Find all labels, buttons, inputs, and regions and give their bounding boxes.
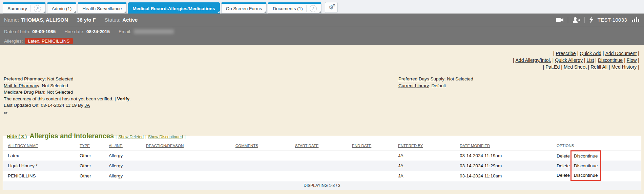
supply-info-block: Preferred Days Supply: Not Selected Curr… <box>398 76 473 89</box>
tab-on-screen-forms[interactable]: On Screen Forms <box>221 2 267 14</box>
tab-bar: Summary ↗ Admin (1) Health Surveillance … <box>0 0 644 14</box>
video-camera-icon[interactable] <box>556 17 564 23</box>
patient-banner-row2: Date of birth: 08-09-1985 Hire date: 08-… <box>0 26 644 37</box>
delete-link[interactable]: Delete <box>557 153 570 159</box>
tab-documents[interactable]: Documents (1) ↗ <box>268 2 321 14</box>
gear-small-icon: ⚙ <box>333 3 336 7</box>
medicare-drug-plan-link[interactable]: Medicare Drug Plan <box>4 90 44 95</box>
col-reaction-reason[interactable]: REACTION/REASON <box>141 142 231 150</box>
col-al-int[interactable]: AL./INT. <box>104 142 141 150</box>
table-row: Liquid Honey * Other Allergy JA 03-14-20… <box>3 161 641 171</box>
delete-link[interactable]: Delete <box>557 173 570 178</box>
link-separator: | <box>638 64 639 70</box>
add-user-icon[interactable] <box>572 17 580 23</box>
patient-banner-row1: Name: THOMAS, ALLISON 38 y/o F Status: A… <box>0 14 644 26</box>
tab-medical-record-allergies-medications[interactable]: Medical Record:Allergies/Medications <box>128 2 220 14</box>
show-deleted-link[interactable]: Show Deleted <box>118 135 144 139</box>
cell-allergy-name: Liquid Honey * <box>3 161 75 171</box>
displaying-count: DISPLAYING 1-3 / 3 <box>3 181 641 190</box>
link-separator: | <box>553 51 555 56</box>
edit-pencil-icon[interactable]: ✏ <box>4 110 8 117</box>
table-footer-row: DISPLAYING 1-3 / 3 <box>3 181 641 190</box>
action-link-med-sheet[interactable]: Med Sheet <box>564 64 587 70</box>
action-links-row-1: |Prescribe|Quick Add|Add Document| <box>512 50 641 57</box>
allergies-label: Allergies: <box>4 39 23 44</box>
action-link-quick-allergy[interactable]: Quick Allergy <box>555 57 583 63</box>
main-content: |Prescribe|Quick Add|Add Document||Add A… <box>0 45 644 194</box>
link-separator: | <box>603 51 604 56</box>
verify-link[interactable]: Verify <box>117 96 129 101</box>
cell-options: DeleteDiscontinue <box>552 150 641 161</box>
status-label: Status: <box>105 17 121 23</box>
last-updated-by-link[interactable]: JA <box>84 103 90 108</box>
preferred-pharmacy-line: Preferred Pharmacy: Not Selected <box>4 76 131 82</box>
col-end-date[interactable]: END DATE <box>347 142 393 150</box>
mail-in-pharmacy-link[interactable]: Mail-In Pharmacy <box>4 83 39 88</box>
action-link-add-document[interactable]: Add Document <box>605 51 637 56</box>
preferred-days-supply-link[interactable]: Preferred Days Supply <box>398 76 444 81</box>
bar-chart-icon[interactable] <box>631 17 640 23</box>
open-external-icon[interactable]: ↗ <box>310 5 317 12</box>
col-comments[interactable]: COMMENTS <box>231 142 290 150</box>
action-link-prescribe[interactable]: Prescribe <box>556 51 576 56</box>
last-updated-line: Last Updated On: 03-14-2024 11:19 By JA <box>4 102 131 109</box>
open-external-icon[interactable]: ↗ <box>34 5 41 12</box>
discontinue-link-highlighted[interactable]: Discontinue <box>570 150 601 161</box>
col-date-modified[interactable]: DATE MODIFIED <box>455 142 552 150</box>
hide-section-link[interactable]: Hide ( 3 ) <box>7 134 27 139</box>
tab-label: Documents (1) <box>273 6 303 11</box>
cell-start-date <box>290 171 347 181</box>
cell-al-int: Allergy <box>104 150 141 161</box>
cell-type: Other <box>75 171 104 181</box>
table-row: PENICILLINS Other Allergy JA 03-14-2024 … <box>3 171 641 181</box>
tab-inner-divider <box>30 5 31 12</box>
delete-link[interactable]: Delete <box>557 163 570 168</box>
show-discontinued-link[interactable]: Show Discontinued <box>148 135 183 139</box>
table-header-row: ALLERGY NAME TYPE AL./INT. REACTION/REAS… <box>3 142 641 150</box>
link-separator: | <box>584 57 585 63</box>
tab-admin[interactable]: Admin (1) <box>47 2 77 14</box>
action-link-list[interactable]: List <box>587 57 594 63</box>
cell-al-int: Allergy <box>104 161 141 171</box>
lightning-bolt-icon[interactable] <box>589 17 594 23</box>
cell-date-modified: 03-14-2024 11:10am <box>455 171 552 181</box>
discontinue-link-highlighted[interactable]: Discontinue <box>570 161 601 171</box>
tab-label: Medical Record:Allergies/Medications <box>133 6 215 11</box>
tab-summary[interactable]: Summary ↗ <box>3 2 46 14</box>
action-links-row-3: |Pat.Ed|Med Sheet|Refill All|Med History… <box>512 64 641 70</box>
cell-comments <box>231 150 290 161</box>
link-separator: | <box>513 57 514 63</box>
col-type[interactable]: TYPE <box>75 142 104 150</box>
action-link-flow[interactable]: Flow <box>627 57 637 63</box>
section-title: Allergies and Intolerances <box>29 132 114 140</box>
col-allergy-name[interactable]: ALLERGY NAME <box>3 142 75 150</box>
current-library-line: Current Library: Default <box>398 82 473 89</box>
cell-comments <box>231 161 290 171</box>
verify-text: The accuracy of this content has not yet… <box>4 96 116 101</box>
action-link-add-allergy-intol[interactable]: Add Allergy/Intol. <box>516 57 551 63</box>
preferred-pharmacy-link[interactable]: Preferred Pharmacy <box>4 76 45 81</box>
action-link-quick-add[interactable]: Quick Add <box>580 51 601 56</box>
link-separator: | <box>638 51 639 56</box>
action-link-med-history[interactable]: Med History <box>611 64 637 70</box>
col-entered-by[interactable]: ENTERED BY <box>393 142 455 150</box>
cell-allergy-name: Latex <box>3 150 75 161</box>
tab-label: Health Surveillance <box>82 6 122 11</box>
settings-button[interactable]: ⚙ ⚙ <box>325 2 338 13</box>
patient-banner-tools: TEST-10033 <box>556 17 640 23</box>
preferred-days-supply-line: Preferred Days Supply: Not Selected <box>398 76 473 82</box>
table-row: Latex Other Allergy JA 03-14-2024 11:19a… <box>3 150 641 161</box>
discontinue-link-highlighted[interactable]: Discontinue <box>570 171 601 181</box>
tab-health-surveillance[interactable]: Health Surveillance <box>78 2 126 14</box>
verify-line: The accuracy of this content has not yet… <box>4 96 131 102</box>
medicare-drug-plan-line: Medicare Drug Plan: Not Selected <box>4 89 131 96</box>
col-start-date[interactable]: START DATE <box>290 142 347 150</box>
name-label: Name: <box>4 17 19 23</box>
current-library-link[interactable]: Current Library <box>398 83 429 88</box>
patient-status: Active <box>122 17 138 23</box>
action-link-refill-all[interactable]: Refill All <box>590 64 607 70</box>
action-link-pat-ed[interactable]: Pat.Ed <box>545 64 560 70</box>
action-link-discontinue[interactable]: Discontinue <box>598 57 623 63</box>
cell-entered-by: JA <box>393 150 455 161</box>
cell-options: DeleteDiscontinue <box>552 171 641 181</box>
